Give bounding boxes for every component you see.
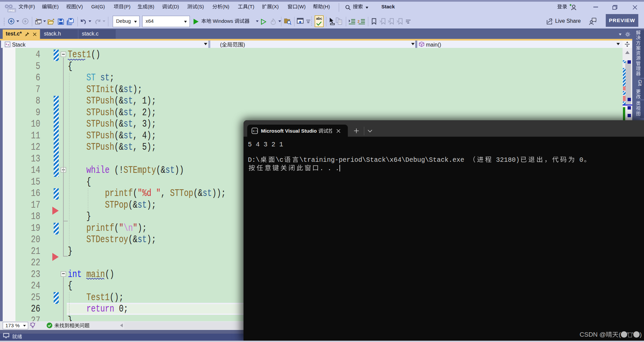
svg-text:abc: abc bbox=[316, 16, 322, 20]
svg-text:2: 2 bbox=[358, 19, 360, 23]
svg-text:C:\: C:\ bbox=[253, 130, 258, 133]
svg-text:PRE: PRE bbox=[8, 9, 15, 12]
